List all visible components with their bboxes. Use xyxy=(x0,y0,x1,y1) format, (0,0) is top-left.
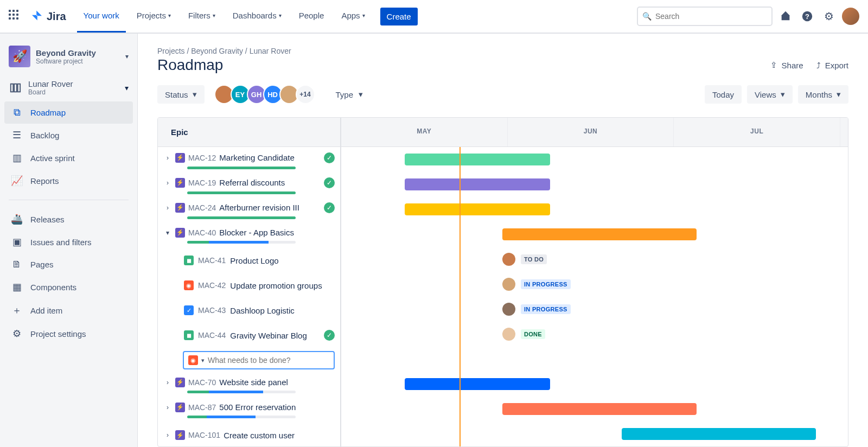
chevron-down-icon: ▾ xyxy=(279,12,282,18)
sidebar-item-issues[interactable]: ▣Issues and filters xyxy=(4,231,133,253)
settings-icon[interactable]: ⚙ xyxy=(820,8,838,25)
epic-bar[interactable] xyxy=(502,403,697,415)
breadcrumb-item[interactable]: Lunar Rover xyxy=(250,47,291,55)
expand-toggle[interactable]: › xyxy=(163,404,172,411)
new-issue-row: ◉▾ xyxy=(158,347,848,372)
search-input[interactable] xyxy=(637,7,773,26)
sidebar-item-backlog[interactable]: ☰Backlog xyxy=(4,124,133,146)
nav-your-work[interactable]: Your work xyxy=(77,0,126,33)
create-button[interactable]: Create xyxy=(380,8,418,25)
chevron-down-icon: ▾ xyxy=(125,53,129,60)
nav-dashboards[interactable]: Dashboards▾ xyxy=(226,0,288,33)
ship-icon: 🚢 xyxy=(11,213,23,225)
new-issue-input[interactable] xyxy=(208,356,329,365)
project-header[interactable]: 🚀 Beyond Gravity Software project ▾ xyxy=(4,42,133,71)
child-issue-row[interactable]: ◉ MAC-42 Update promotion groups IN PROG… xyxy=(158,272,848,297)
sidebar-item-reports[interactable]: 📈Reports xyxy=(4,169,133,192)
child-issue-row[interactable]: ✓ MAC-43 Dashloop Logistic IN PROGRESS xyxy=(158,297,848,322)
issue-key: MAC-101 xyxy=(188,431,220,439)
nav-apps[interactable]: Apps▾ xyxy=(335,0,371,33)
child-cell: ◉ MAC-42 Update promotion groups xyxy=(158,272,341,297)
svg-rect-2 xyxy=(11,84,14,92)
assignee-avatar[interactable] xyxy=(502,303,515,316)
epic-bar[interactable] xyxy=(405,154,550,165)
timeline-cell[interactable] xyxy=(341,197,848,222)
issue-title: 500 Error reservation xyxy=(219,403,296,412)
breadcrumb-item[interactable]: Beyond Gravity xyxy=(191,47,243,55)
child-cell: ✓ MAC-43 Dashloop Logistic xyxy=(158,297,341,322)
expand-toggle[interactable]: › xyxy=(163,379,172,386)
notifications-icon[interactable] xyxy=(777,8,794,25)
epic-row[interactable]: › ⚡ MAC-19 Referral discounts ✓ xyxy=(158,172,848,197)
sidebar-item-roadmap[interactable]: ⧉Roadmap xyxy=(4,101,133,124)
epic-bar[interactable] xyxy=(502,228,697,240)
months-button[interactable]: Months▾ xyxy=(798,85,848,104)
expand-toggle[interactable]: › xyxy=(163,431,172,439)
expand-toggle[interactable]: › xyxy=(163,179,172,187)
timeline-cell[interactable] xyxy=(341,422,848,446)
status-filter[interactable]: Status▾ xyxy=(157,85,205,104)
roadmap-body: › ⚡ MAC-12 Marketing Candidate ✓ › ⚡ MAC… xyxy=(158,147,848,446)
status-badge: IN PROGRESS xyxy=(521,304,571,314)
assignee-filter[interactable]: EYGHHD+14 xyxy=(214,85,315,104)
nav-filters[interactable]: Filters▾ xyxy=(182,0,222,33)
expand-toggle[interactable]: › xyxy=(163,154,172,162)
timeline-cell[interactable] xyxy=(341,222,848,247)
chevron-down-icon: ▾ xyxy=(213,12,215,18)
epic-row[interactable]: › ⚡ MAC-101 Create custom user xyxy=(158,422,848,446)
chevron-down-icon[interactable]: ▾ xyxy=(201,357,205,364)
timeline-cell[interactable] xyxy=(341,147,848,172)
timeline-cell[interactable] xyxy=(341,397,848,422)
issue-key: MAC-44 xyxy=(198,331,226,340)
views-button[interactable]: Views▾ xyxy=(747,85,793,104)
board-selector[interactable]: Lunar Rover Board ▾ xyxy=(4,74,133,101)
epic-row[interactable]: › ⚡ MAC-24 Afterburner revision III ✓ xyxy=(158,197,848,222)
nav-projects[interactable]: Projects▾ xyxy=(130,0,177,33)
child-issue-row[interactable]: ◼ MAC-44 Gravity Webinar Blog ✓ DONE xyxy=(158,322,848,347)
issue-key: MAC-19 xyxy=(188,178,216,187)
app-switcher-icon[interactable] xyxy=(9,10,22,23)
assignee-avatar[interactable] xyxy=(502,253,515,266)
timeline-cell[interactable] xyxy=(341,172,848,197)
sidebar-item-components[interactable]: ▦Components xyxy=(4,276,133,298)
epic-row[interactable]: › ⚡ MAC-70 Website side panel xyxy=(158,372,848,397)
epic-row[interactable]: ▾ ⚡ MAC-40 Blocker - App Basics xyxy=(158,222,848,247)
sidebar-item-settings[interactable]: ⚙Project settings xyxy=(4,322,133,345)
assignee-avatar[interactable] xyxy=(502,328,515,341)
user-avatar[interactable] xyxy=(842,8,859,25)
epic-bar[interactable] xyxy=(405,203,550,215)
assignee-more[interactable]: +14 xyxy=(296,85,315,104)
help-icon[interactable]: ? xyxy=(799,8,816,25)
jira-logo[interactable]: Jira xyxy=(30,10,66,23)
issue-key: MAC-87 xyxy=(188,403,216,412)
epic-row[interactable]: › ⚡ MAC-87 500 Error reservation xyxy=(158,397,848,422)
sidebar-item-releases[interactable]: 🚢Releases xyxy=(4,208,133,231)
sidebar-item-active-sprint[interactable]: ▥Active sprint xyxy=(4,146,133,169)
roadmap-icon: ⧉ xyxy=(11,107,23,118)
board-name: Lunar Rover xyxy=(28,79,73,88)
new-issue-input-wrap: ◉▾ xyxy=(183,351,335,369)
type-filter[interactable]: Type▾ xyxy=(336,90,363,99)
sidebar-item-pages[interactable]: 🗎Pages xyxy=(4,253,133,276)
sidebar-item-add[interactable]: ＋Add item xyxy=(4,298,133,322)
epic-bar[interactable] xyxy=(405,378,550,390)
today-button[interactable]: Today xyxy=(705,85,742,104)
timeline-cell[interactable] xyxy=(341,372,848,397)
nav-people[interactable]: People xyxy=(292,0,331,33)
breadcrumb-item[interactable]: Projects xyxy=(157,47,185,55)
epic-row[interactable]: › ⚡ MAC-12 Marketing Candidate ✓ xyxy=(158,147,848,172)
epic-bar[interactable] xyxy=(405,178,550,190)
issue-key: MAC-24 xyxy=(188,203,216,212)
epic-bar[interactable] xyxy=(622,428,816,440)
export-button[interactable]: ⤴Export xyxy=(816,60,848,70)
expand-toggle[interactable]: › xyxy=(163,204,172,212)
expand-toggle[interactable]: ▾ xyxy=(163,229,172,237)
board-icon xyxy=(9,81,22,94)
child-issue-row[interactable]: ◼ MAC-41 Product Logo TO DO xyxy=(158,247,848,272)
progress-bar xyxy=(187,241,296,244)
assignee-avatar[interactable] xyxy=(502,278,515,291)
share-button[interactable]: ⇪Share xyxy=(770,60,803,70)
issues-icon: ▣ xyxy=(11,236,23,248)
issue-title: Referral discounts xyxy=(219,178,285,187)
issue-type-picker[interactable]: ◉ xyxy=(188,355,198,365)
